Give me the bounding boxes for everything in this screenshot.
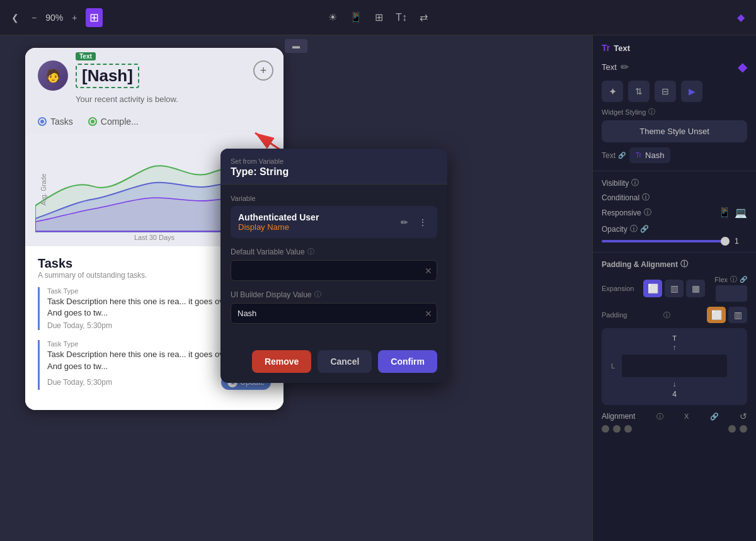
user-subtitle: Your recent activity is below.	[76, 94, 271, 104]
exp-btn-3[interactable]: ▦	[686, 280, 705, 297]
default-value-input-wrapper: ✕	[231, 260, 437, 281]
exchange-icon-btn[interactable]: ⇄	[416, 8, 432, 27]
add-button[interactable]: +	[253, 60, 273, 81]
zoom-plus-btn[interactable]: +	[68, 10, 81, 25]
padding-section: Padding & Alignment ⓘ Expansion ⬜ ▥ ▦ Fl…	[593, 253, 756, 439]
panel-title-section: Tr Text Text ✏ ◆ ✦ ⇅ ⊟ ▶ Widget Styling …	[593, 35, 756, 171]
opacity-value: 1	[735, 237, 747, 246]
tab-complete-radio	[88, 117, 97, 126]
expansion-row: Expansion ⬜ ▥ ▦ Flex ⓘ 🔗	[602, 275, 747, 302]
responsive-info-icon: ⓘ	[644, 207, 651, 218]
text-chip-icon: Tr	[636, 152, 641, 159]
opacity-label: Opacity ⓘ 🔗	[602, 224, 747, 234]
alignment-section: Alignment ⓘ X 🔗 ↺	[602, 411, 747, 433]
expansion-label: Expansion	[602, 285, 634, 292]
var-more-btn[interactable]: ⋮	[416, 216, 430, 229]
padding-btn-inactive[interactable]: ▥	[728, 307, 747, 323]
exp-btn-1[interactable]: ⬜	[643, 280, 662, 297]
slider-track[interactable]	[602, 240, 730, 242]
align-dot-4[interactable]	[728, 425, 736, 433]
alignment-reset-btn[interactable]: ↺	[740, 411, 747, 421]
cancel-button[interactable]: Cancel	[318, 350, 372, 373]
diamond-panel-btn[interactable]: ◆	[738, 59, 747, 74]
active-tool-btn[interactable]: ⊞	[86, 8, 103, 27]
panel-icon-3[interactable]: ⊟	[655, 81, 676, 102]
text-value-row: Text 🔗 Tr Nash	[602, 147, 747, 163]
edit-text-label: Text	[602, 62, 617, 72]
default-value-label: Default Variable Value ⓘ	[231, 247, 437, 256]
padding-diagram: T ↑ L ↓ 4	[602, 328, 747, 405]
alignment-dots	[602, 425, 747, 433]
phone-icon[interactable]: 📱	[718, 207, 731, 219]
padding-top-label: T	[608, 334, 741, 342]
var-edit-btn[interactable]: ✏	[398, 216, 411, 229]
panel-icon-2[interactable]: ⇅	[628, 81, 650, 102]
remove-button[interactable]: Remove	[252, 350, 311, 373]
text-link-icon: 🔗	[618, 152, 626, 159]
opacity-row: Opacity ⓘ 🔗 1	[602, 224, 747, 246]
conditional-info-icon: ⓘ	[642, 192, 650, 203]
main-area: ▬ 🧑 Text [Nash] Your recent activity is …	[0, 35, 756, 541]
align-dot-3[interactable]	[624, 425, 632, 433]
variable-card-content: Authenticated User Display Name	[238, 212, 319, 232]
theme-style-btn[interactable]: Theme Style Unset	[602, 120, 747, 142]
responsive-row: Responsive ⓘ 📱 💻	[602, 207, 747, 219]
task-due-2: Due Today, 5:30pm	[47, 378, 112, 387]
visibility-info-icon: ⓘ	[631, 178, 639, 188]
text-value-chip[interactable]: Tr Nash	[629, 147, 670, 163]
sun-icon-btn[interactable]: ☀	[324, 8, 341, 27]
zoom-level: 90%	[45, 13, 63, 23]
text-chip-value: Nash	[645, 151, 664, 160]
panel-title: Tr Text	[602, 43, 747, 53]
mini-bar: ▬	[292, 42, 300, 50]
alignment-label: Alignment	[602, 412, 635, 421]
align-dot-1[interactable]	[602, 425, 609, 433]
modal-body: Variable Authenticated User Display Name…	[220, 185, 447, 343]
default-value-clear-btn[interactable]: ✕	[425, 266, 432, 276]
default-value-input[interactable]	[231, 260, 437, 281]
toolbar-center: ☀ 📱 ⊞ T↕ ⇄	[256, 8, 500, 27]
panel-icon-1[interactable]: ✦	[602, 81, 623, 102]
confirm-button[interactable]: Confirm	[378, 350, 437, 373]
ui-builder-info-icon: ⓘ	[314, 290, 321, 299]
opacity-slider[interactable]: 1	[602, 237, 747, 246]
padding-section-header: Padding & Alignment ⓘ	[602, 259, 747, 270]
edit-text-row: Text ✏	[602, 61, 629, 73]
minimize-btn[interactable]: −	[28, 10, 40, 25]
collapse-btn[interactable]: ❮	[8, 10, 23, 25]
align-dot-5[interactable]	[740, 425, 747, 433]
toolbar-right: ◆	[505, 8, 748, 27]
opacity-info-icon: ⓘ	[630, 224, 638, 234]
default-value-info-icon: ⓘ	[307, 247, 314, 256]
mobile-icon-btn[interactable]: 📱	[346, 8, 366, 27]
padding-bottom-arrow: ↓	[608, 380, 741, 389]
flex-info-icon: ⓘ	[730, 275, 737, 284]
chart-y-label: Avg. Grade	[40, 174, 47, 205]
ui-builder-label: UI Builder Display Value ⓘ	[231, 290, 437, 299]
panel-play-btn[interactable]: ▶	[681, 81, 702, 102]
flex-link-icon: 🔗	[740, 276, 747, 283]
grid-icon-btn[interactable]: ⊞	[371, 8, 387, 27]
alignment-info-icon: ⓘ	[656, 412, 663, 421]
edit-text-icon[interactable]: ✏	[621, 61, 629, 73]
padding-btn-active[interactable]: ⬜	[707, 307, 726, 323]
variable-card: Authenticated User Display Name ✏ ⋮	[231, 206, 437, 238]
diamond-icon-btn[interactable]: ◆	[733, 8, 748, 27]
panel-title-text: Text	[614, 43, 630, 53]
tab-complete[interactable]: Comple...	[88, 117, 139, 127]
ui-builder-input[interactable]	[231, 303, 437, 324]
padding-numeric: 4	[608, 390, 741, 399]
ui-builder-clear-btn[interactable]: ✕	[425, 309, 432, 319]
text-icon: Tr	[602, 43, 610, 53]
flex-input[interactable]	[716, 285, 747, 302]
slider-thumb[interactable]	[721, 237, 730, 246]
tablet-icon[interactable]: 💻	[735, 207, 747, 219]
padding-info-icon: ⓘ	[680, 259, 688, 270]
conditional-label: Conditional ⓘ	[602, 192, 650, 203]
var-subtitle: Display Name	[238, 222, 319, 232]
text-size-icon-btn[interactable]: T↕	[392, 8, 411, 27]
tab-tasks[interactable]: Tasks	[38, 117, 73, 127]
exp-btn-2[interactable]: ▥	[665, 280, 684, 297]
align-dot-2[interactable]	[613, 425, 621, 433]
padding-middle: L	[608, 355, 741, 377]
